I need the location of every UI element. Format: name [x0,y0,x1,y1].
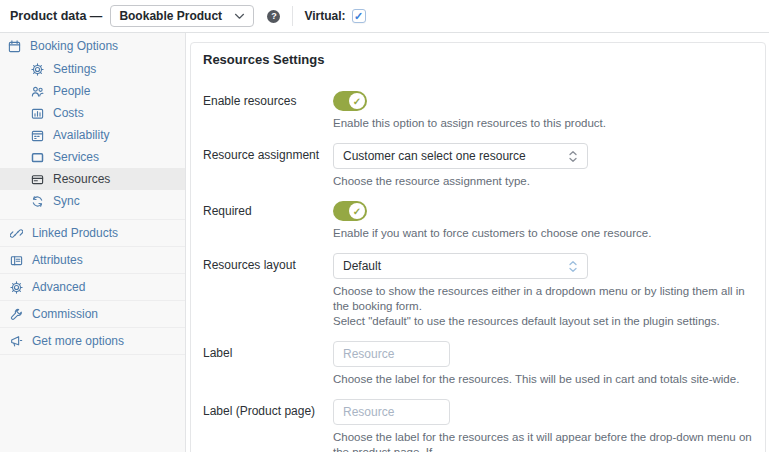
sidebar-item-linked-products[interactable]: Linked Products [0,219,185,246]
sidebar-item-settings[interactable]: Settings [0,58,185,80]
product-type-select[interactable]: Bookable Product [110,5,254,27]
sync-icon [31,195,44,208]
label-input[interactable] [333,341,450,367]
resources-settings-card: Resources Settings Enable resources ✓ En… [190,42,766,452]
resources-layout-select[interactable]: Default [333,253,588,279]
sidebar-item-label: Attributes [32,253,83,267]
panel-heading: Resources Settings [203,52,753,67]
sidebar-item-people[interactable]: People [0,80,185,102]
sidebar-item-label: Sync [53,194,80,208]
check-icon: ✓ [353,206,361,217]
field-row-required: Required ✓ Enable if you want to force c… [203,201,753,241]
attributes-icon [10,254,23,267]
field-description: Choose the label for the resources as it… [333,430,753,452]
booking-options-group: Booking Options Settings People Costs Av… [0,34,185,219]
field-description: Enable if you want to force customers to… [333,226,753,241]
sidebar-item-label: Advanced [32,280,85,294]
gear-icon [31,63,44,76]
wrench-icon [10,308,23,321]
required-toggle[interactable]: ✓ [333,201,367,221]
field-description: Enable this option to assign resources t… [333,116,753,131]
sidebar-item-sync[interactable]: Sync [0,190,185,212]
question-mark-glyph: ? [271,11,277,21]
sidebar-item-advanced[interactable]: Advanced [0,273,185,300]
sidebar-item-availability[interactable]: Availability [0,124,185,146]
sidebar-item-label: Linked Products [32,226,118,240]
help-icon[interactable]: ? [267,10,280,23]
sidebar-item-label: Commission [32,307,98,321]
field-row-label-product-page: Label (Product page) Choose the label fo… [203,399,753,452]
resources-panel: Resources Settings Enable resources ✓ En… [186,33,769,452]
toolbar-divider [292,6,293,26]
sidebar-item-label: Get more options [32,334,124,348]
sidebar-item-label: Services [53,150,99,164]
select-value: Default [343,259,381,273]
field-label: Required [203,201,333,218]
check-icon: ✓ [353,96,361,107]
check-icon: ✓ [354,10,363,23]
gear-icon [10,281,23,294]
sidebar-item-label: Resources [53,172,110,186]
field-label: Label [203,341,333,360]
field-description: Choose the resource assignment type. [333,174,753,189]
field-row-resource-assignment: Resource assignment Customer can select … [203,143,753,189]
bar-chart-icon [31,107,44,120]
field-row-label: Label Choose the label for the resources… [203,341,753,387]
sidebar-item-label: Settings [53,62,96,76]
product-data-toolbar: Product data — Bookable Product ? Virtua… [0,0,769,33]
field-label: Enable resources [203,91,333,108]
sidebar-item-costs[interactable]: Costs [0,102,185,124]
field-row-resources-layout: Resources layout Default Choose to show … [203,253,753,329]
enable-resources-toggle[interactable]: ✓ [333,91,367,111]
product-type-value: Bookable Product [119,9,222,23]
select-stepper-icon [568,260,578,273]
toggle-knob: ✓ [349,203,365,219]
virtual-label: Virtual: [304,9,345,23]
field-label: Label (Product page) [203,399,333,418]
virtual-checkbox[interactable]: ✓ [352,9,366,23]
label-product-page-input[interactable] [333,399,450,425]
field-row-enable-resources: Enable resources ✓ Enable this option to… [203,91,753,131]
product-data-title: Product data — [10,9,102,23]
sidebar-item-commission[interactable]: Commission [0,300,185,327]
calendar-icon [8,40,21,53]
sidebar-item-label: People [53,84,90,98]
table-icon [31,173,44,186]
field-label: Resource assignment [203,143,333,162]
people-icon [31,85,44,98]
resource-assignment-select[interactable]: Customer can select one resource [333,143,588,169]
sidebar-item-booking-options[interactable]: Booking Options [0,34,185,58]
chevron-down-icon [234,13,245,20]
sidebar-item-services[interactable]: Services [0,146,185,168]
sidebar-item-attributes[interactable]: Attributes [0,246,185,273]
sidebar-divider [0,354,185,355]
toggle-knob: ✓ [349,93,365,109]
field-label: Resources layout [203,253,333,272]
field-description: Choose the label for the resources. This… [333,372,753,387]
megaphone-icon [10,335,23,348]
sidebar-item-label: Availability [53,128,109,142]
window-icon [31,151,44,164]
product-data-sidebar: Booking Options Settings People Costs Av… [0,33,186,452]
field-description: Choose to show the resources either in a… [333,284,753,329]
sidebar-item-get-more-options[interactable]: Get more options [0,327,185,354]
link-icon [10,227,23,240]
sidebar-item-label: Booking Options [30,39,118,53]
select-stepper-icon [568,150,578,163]
sidebar-item-label: Costs [53,106,84,120]
calendar-grid-icon [31,129,44,142]
select-value: Customer can select one resource [343,149,526,163]
sidebar-item-resources[interactable]: Resources [0,168,185,190]
